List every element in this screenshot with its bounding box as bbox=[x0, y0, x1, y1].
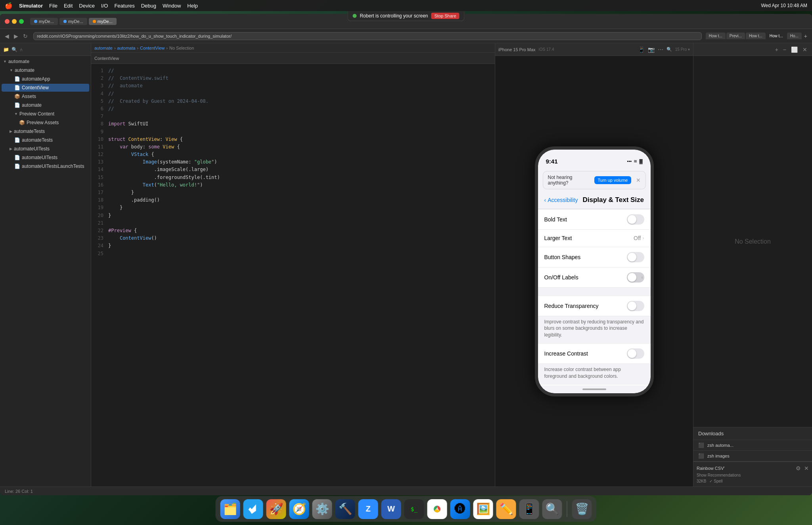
dock-chrome[interactable] bbox=[427, 499, 447, 519]
sidebar-item-automateTests[interactable]: ▶ automateTests bbox=[2, 127, 89, 135]
minimize-button[interactable] bbox=[12, 19, 17, 24]
sidebar-item-PreviewAssets[interactable]: 📦 Preview Assets bbox=[2, 119, 89, 127]
sidebar-item-automateUITests[interactable]: ▶ automateUITests bbox=[2, 145, 89, 153]
home-indicator bbox=[538, 385, 651, 393]
code-content[interactable]: 1// 2// ContentView.swift 3// automate 4… bbox=[91, 64, 495, 487]
ios-nav-title: Display & Text Size bbox=[582, 196, 644, 204]
button-shapes-toggle[interactable] bbox=[627, 252, 644, 262]
tab-myDe-3[interactable]: myDe... bbox=[89, 18, 117, 25]
menubar-help[interactable]: Help bbox=[187, 3, 198, 9]
camera-icon[interactable]: 📷 bbox=[648, 46, 655, 53]
dock-trash[interactable]: 🗑️ bbox=[572, 499, 592, 519]
browser-tab-1[interactable]: How t... bbox=[706, 33, 726, 39]
menubar-edit[interactable]: Edit bbox=[64, 3, 73, 9]
tab-myDe-1[interactable]: myDe... bbox=[30, 18, 58, 25]
dock: 🗂️ 🚀 🧭 ⚙️ 🔨 Z W $_ 🅐 🖼️ ✏️ 📱 🔍 🗑️ bbox=[216, 496, 597, 522]
panel-add-button[interactable]: + bbox=[774, 46, 780, 54]
source-control-icon[interactable]: ⑃ bbox=[20, 47, 23, 52]
dock-divider bbox=[567, 501, 567, 517]
new-tab-button[interactable]: + bbox=[802, 32, 809, 40]
dock-xcode[interactable]: 🔨 bbox=[335, 499, 355, 519]
onoff-labels-toggle[interactable]: I bbox=[627, 272, 644, 283]
apple-logo-icon[interactable]: 🍎 bbox=[5, 2, 13, 10]
sidebar-item-automateTests-file[interactable]: 📄 automateTests bbox=[2, 136, 89, 144]
folder-icon[interactable]: 📁 bbox=[3, 47, 9, 52]
download-item-1[interactable]: ⬛ zsh automa... bbox=[693, 440, 812, 451]
stop-share-button[interactable]: Stop Share bbox=[431, 13, 460, 19]
tab-myDe-2[interactable]: myDe... bbox=[59, 18, 87, 25]
dock-appstore[interactable]: 🅐 bbox=[450, 499, 470, 519]
close-button[interactable] bbox=[5, 19, 10, 24]
search-icon[interactable]: 🔍 bbox=[11, 47, 17, 52]
more-icon[interactable]: ⋯ bbox=[658, 46, 663, 53]
dock-finder[interactable]: 🗂️ bbox=[220, 499, 240, 519]
url-bar[interactable] bbox=[33, 32, 702, 40]
dock-simulator[interactable]: 📱 bbox=[519, 499, 539, 519]
right-panel-content: No Selection Downloads ⬛ zsh automa... ⬛… bbox=[693, 56, 812, 487]
dock-safari[interactable]: 🧭 bbox=[289, 499, 309, 519]
tab-dot-3 bbox=[93, 20, 96, 23]
settings-row-reduce-transparency[interactable]: Reduce Transparency bbox=[538, 296, 651, 316]
dock-zoom[interactable]: Z bbox=[358, 499, 378, 519]
download-item-2[interactable]: ⬛ zsh images bbox=[693, 451, 812, 462]
increase-contrast-toggle[interactable] bbox=[627, 348, 644, 359]
browser-tab-2[interactable]: Previ... bbox=[726, 33, 745, 39]
audio-close-button[interactable]: ✕ bbox=[636, 177, 641, 183]
dock-launchpad[interactable]: 🚀 bbox=[266, 499, 286, 519]
ios-back-button[interactable]: ‹ Accessibility bbox=[544, 197, 578, 203]
dock-word[interactable]: W bbox=[381, 499, 401, 519]
maximize-button[interactable] bbox=[19, 19, 24, 24]
panel-expand-button[interactable]: ⬜ bbox=[789, 46, 799, 54]
file-icon: 📄 bbox=[14, 76, 20, 82]
menubar-device[interactable]: Device bbox=[79, 3, 95, 9]
dock-system-prefs[interactable]: ⚙️ bbox=[312, 499, 332, 519]
ios-settings-content[interactable]: Bold Text Larger Text Off › bbox=[538, 209, 651, 385]
menubar-debug[interactable]: Debug bbox=[141, 3, 156, 9]
back-button[interactable]: ◀ bbox=[3, 32, 11, 40]
code-line-16: 16 Text("Hello, world!") bbox=[91, 181, 495, 189]
zoom-controls[interactable]: 🔍 bbox=[666, 47, 672, 52]
menubar-features[interactable]: Features bbox=[114, 3, 134, 9]
ios-status-bar: 9:41 ▪▪▪ ≋ ▓ bbox=[538, 150, 651, 169]
settings-row-differentiate[interactable]: Differentiate Without Color bbox=[538, 384, 651, 385]
device-toolbar-icon[interactable]: 📱 bbox=[638, 46, 645, 53]
dock-photos[interactable]: 🖼️ bbox=[473, 499, 493, 519]
dock-sketch[interactable]: ✏️ bbox=[496, 499, 516, 519]
settings-row-button-shapes[interactable]: Button Shapes bbox=[538, 247, 651, 267]
sidebar-item-automate-group[interactable]: ▼ automate bbox=[2, 66, 89, 74]
sidebar-item-PreviewContent[interactable]: ▼ Preview Content bbox=[2, 110, 89, 118]
sidebar-item-ContentView[interactable]: 📄 ContentView bbox=[2, 84, 89, 92]
reload-button[interactable]: ↻ bbox=[21, 32, 29, 40]
menubar-file[interactable]: File bbox=[49, 3, 57, 9]
csv-close-icon[interactable]: ✕ bbox=[804, 465, 809, 471]
sidebar-item-automateApp[interactable]: 📄 automateApp bbox=[2, 75, 89, 83]
browser-tab-3[interactable]: How t... bbox=[746, 33, 766, 39]
reduce-transparency-toggle[interactable] bbox=[627, 301, 644, 311]
bold-text-toggle[interactable] bbox=[627, 214, 644, 225]
larger-text-value: Off bbox=[634, 235, 641, 241]
browser-tab-5[interactable]: Ho... bbox=[787, 33, 802, 39]
sidebar-item-automate-root[interactable]: ▼ automate bbox=[2, 58, 89, 65]
menubar-app-name[interactable]: Simulator bbox=[19, 3, 43, 9]
csv-settings-icon[interactable]: ⚙ bbox=[796, 465, 801, 471]
dock-spotlight[interactable]: 🔍 bbox=[542, 499, 562, 519]
settings-row-bold-text[interactable]: Bold Text bbox=[538, 209, 651, 230]
menubar-right: Wed Apr 10 10:48 AM bbox=[761, 3, 807, 8]
turn-up-volume-button[interactable]: Turn up volume bbox=[594, 176, 631, 184]
sidebar-item-automateUITests-file[interactable]: 📄 automateUITests bbox=[2, 154, 89, 162]
forward-button[interactable]: ▶ bbox=[12, 32, 20, 40]
dock-terminal[interactable]: $_ bbox=[404, 499, 424, 519]
dock-vscode[interactable] bbox=[243, 499, 263, 519]
sidebar-item-automateUITestsLaunchTests[interactable]: 📄 automateUITestsLaunchTests bbox=[2, 162, 89, 170]
browser-tab-4[interactable]: How t... bbox=[766, 33, 786, 39]
settings-row-larger-text[interactable]: Larger Text Off › bbox=[538, 230, 651, 247]
device-model-select[interactable]: 15 Pro ▾ bbox=[675, 47, 690, 52]
menubar-window[interactable]: Window bbox=[163, 3, 181, 9]
menubar-io[interactable]: I/O bbox=[101, 3, 108, 9]
settings-row-onoff-labels[interactable]: On/Off Labels I bbox=[538, 267, 651, 288]
sidebar-item-automate-file[interactable]: 📄 automate bbox=[2, 101, 89, 109]
settings-row-increase-contrast[interactable]: Increase Contrast bbox=[538, 343, 651, 364]
panel-minus-button[interactable]: − bbox=[781, 46, 788, 54]
panel-close-button[interactable]: ✕ bbox=[801, 46, 809, 54]
sidebar-item-Assets[interactable]: 📦 Assets bbox=[2, 92, 89, 100]
